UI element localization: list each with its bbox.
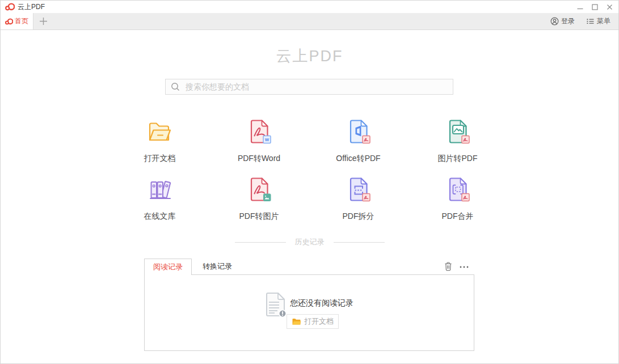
page-title: 云上PDF xyxy=(1,46,618,66)
svg-text:w: w xyxy=(264,137,270,142)
pdf-merge-icon xyxy=(443,175,473,204)
user-icon xyxy=(550,17,559,26)
search-icon xyxy=(171,82,180,91)
tab-reading-history[interactable]: 阅读记录 xyxy=(144,259,192,275)
search-box xyxy=(165,79,453,95)
empty-message: 您还没有阅读记录 xyxy=(290,298,353,308)
empty-document-icon xyxy=(264,291,288,318)
close-button[interactable] xyxy=(607,4,613,10)
cloud-logo-icon xyxy=(5,18,13,25)
divider-line xyxy=(235,242,286,243)
maximize-icon xyxy=(592,4,598,10)
feature-pdf-to-image[interactable]: PDF转图片 xyxy=(209,175,309,220)
feature-label: PDF转Word xyxy=(238,154,280,162)
open-document-button[interactable]: 打开文档 xyxy=(287,314,339,329)
plus-icon xyxy=(39,16,48,26)
tab-home-label: 首页 xyxy=(15,16,28,26)
window-title: 云上PDF xyxy=(18,2,45,12)
feature-pdf-split[interactable]: PDF拆分 xyxy=(309,175,408,220)
history-divider-label: 历史记录 xyxy=(295,237,325,247)
more-options-button[interactable] xyxy=(459,263,469,273)
menu-button[interactable]: 菜单 xyxy=(586,16,610,26)
feature-label: PDF合并 xyxy=(442,212,474,220)
folder-icon xyxy=(292,318,301,325)
tab-reading-history-label: 阅读记录 xyxy=(153,262,183,272)
ellipsis-icon xyxy=(459,263,469,270)
open-folder-icon xyxy=(145,117,175,146)
app-window: 云上PDF 首页 xyxy=(0,0,619,364)
tabbar-actions: 登录 菜单 xyxy=(550,13,610,29)
tab-bar: 首页 登录 菜 xyxy=(1,13,618,30)
feature-label: 图片转PDF xyxy=(438,154,478,162)
office-to-pdf-icon xyxy=(344,117,373,146)
divider-line xyxy=(334,242,385,243)
maximize-button[interactable] xyxy=(592,4,598,10)
history-divider: 历史记录 xyxy=(1,237,618,247)
feature-label: 打开文档 xyxy=(144,154,176,162)
feature-image-to-pdf[interactable]: 图片转PDF xyxy=(408,117,507,162)
feature-office-to-pdf[interactable]: Office转PDF xyxy=(309,117,408,162)
login-button[interactable]: 登录 xyxy=(550,16,575,26)
minimize-icon xyxy=(577,4,583,10)
history-panel: 您还没有阅读记录 打开文档 xyxy=(144,274,474,351)
minimize-button[interactable] xyxy=(577,4,583,10)
pdf-to-word-icon: w xyxy=(245,117,274,146)
empty-state xyxy=(264,291,288,320)
image-to-pdf-icon xyxy=(443,117,473,146)
feature-pdf-merge[interactable]: PDF合并 xyxy=(408,175,507,220)
online-library-icon xyxy=(145,175,175,204)
feature-pdf-to-word[interactable]: w PDF转Word xyxy=(209,117,309,162)
pdf-to-image-icon xyxy=(245,175,274,204)
trash-icon xyxy=(444,261,453,271)
new-tab-button[interactable] xyxy=(33,13,53,29)
pdf-split-icon xyxy=(344,175,373,204)
close-icon xyxy=(607,4,613,10)
tab-convert-history[interactable]: 转换记录 xyxy=(192,259,243,274)
login-label: 登录 xyxy=(561,16,575,26)
feature-label: PDF转图片 xyxy=(239,212,279,220)
tab-home[interactable]: 首页 xyxy=(1,13,33,29)
feature-label: Office转PDF xyxy=(336,154,380,162)
feature-label: PDF拆分 xyxy=(343,212,374,220)
search-input[interactable] xyxy=(184,82,448,92)
menu-label: 菜单 xyxy=(597,16,610,26)
feature-label: 在线文库 xyxy=(144,212,176,220)
feature-open-document[interactable]: 打开文档 xyxy=(110,117,209,162)
menu-list-icon xyxy=(586,17,595,26)
window-controls xyxy=(577,1,613,13)
open-document-button-label: 打开文档 xyxy=(304,316,334,327)
cloud-logo-icon xyxy=(5,3,15,11)
clear-history-button[interactable] xyxy=(444,261,453,273)
feature-online-library[interactable]: 在线文库 xyxy=(110,175,209,220)
window-titlebar: 云上PDF xyxy=(1,1,618,13)
tab-convert-history-label: 转换记录 xyxy=(203,261,232,272)
feature-grid: 打开文档 w PDF转Word Office转PDF xyxy=(110,117,507,220)
